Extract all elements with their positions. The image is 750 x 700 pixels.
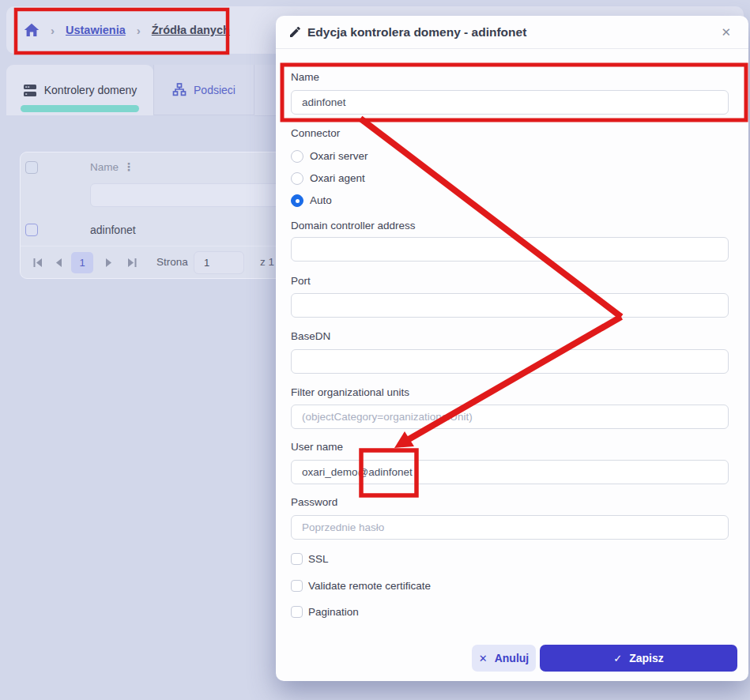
cancel-button-label: Anuluj [495, 652, 530, 664]
dc-address-label: Domain controller address [291, 220, 416, 231]
column-header-name[interactable]: Name [90, 161, 119, 173]
cancel-button[interactable]: ✕ Anuluj [472, 645, 536, 672]
password-label: Password [291, 496, 337, 508]
port-input[interactable] [291, 293, 729, 318]
next-page-icon[interactable] [103, 257, 114, 272]
breadcrumb-current-zrodla-danych[interactable]: Źródła danych [152, 24, 230, 36]
radio-auto[interactable] [291, 194, 303, 207]
modal-title: Edycja kontrolera domeny - adinfonet [307, 25, 526, 40]
breadcrumb-link-ustawienia[interactable]: Ustawienia [66, 24, 126, 36]
last-page-icon[interactable] [126, 257, 138, 272]
pagination-checkbox[interactable] [291, 606, 303, 618]
tab-label: Kontrolery domeny [44, 84, 138, 96]
row-checkbox[interactable] [25, 224, 38, 236]
table-row-name[interactable]: adinfonet [90, 224, 136, 236]
subnet-icon [172, 83, 187, 96]
home-icon[interactable] [24, 23, 40, 37]
dc-address-input[interactable] [291, 237, 729, 262]
user-name-label: User name [291, 441, 343, 453]
user-name-input[interactable] [291, 460, 729, 484]
active-tab-indicator [21, 105, 139, 112]
tab-label: Podsieci [194, 84, 236, 96]
save-button-label: Zapisz [629, 652, 664, 664]
cancel-x-icon: ✕ [479, 653, 488, 664]
pagination-label[interactable]: Pagination [308, 606, 359, 618]
strona-label: Strona [156, 256, 188, 268]
select-all-checkbox[interactable] [25, 161, 38, 174]
validate-cert-label[interactable]: Validate remote certificate [308, 580, 431, 592]
connector-label: Connector [291, 127, 340, 139]
tab-partial [254, 65, 278, 116]
tab-podsieci[interactable]: Podsieci [153, 65, 254, 115]
name-input[interactable] [291, 90, 729, 115]
server-icon [23, 84, 37, 97]
breadcrumb-chevron-icon: › [137, 24, 141, 37]
radio-oxari-server-label[interactable]: Oxari server [310, 150, 368, 162]
port-label: Port [291, 275, 311, 287]
name-label: Name [291, 71, 319, 83]
page-input[interactable] [194, 251, 244, 274]
basedn-label: BaseDN [291, 330, 330, 342]
of-pages-label: z 1 [260, 256, 274, 268]
radio-auto-label[interactable]: Auto [310, 194, 332, 206]
edit-domain-controller-modal: Edycja kontrolera domeny - adinfonet ✕ N… [276, 16, 748, 681]
page-number-button[interactable]: 1 [71, 252, 93, 273]
close-icon[interactable]: ✕ [716, 22, 736, 43]
ssl-checkbox[interactable] [291, 553, 303, 565]
password-input[interactable] [291, 515, 729, 540]
app-window: › Ustawienia › Źródła danych Kontrolery … [0, 0, 750, 700]
validate-cert-checkbox[interactable] [291, 580, 303, 592]
column-menu-icon[interactable]: ⋮ [123, 160, 134, 173]
save-button[interactable]: ✓ Zapisz [540, 645, 737, 672]
basedn-input[interactable] [291, 349, 729, 374]
filter-ou-input[interactable] [291, 405, 729, 429]
radio-oxari-agent[interactable] [291, 172, 303, 185]
radio-oxari-agent-label[interactable]: Oxari agent [310, 172, 365, 184]
save-check-icon: ✓ [613, 653, 622, 664]
edit-pencil-icon [288, 26, 301, 39]
first-page-icon[interactable] [32, 257, 43, 272]
filter-ou-label: Filter organizational units [291, 386, 409, 398]
prev-page-icon[interactable] [54, 257, 65, 272]
modal-header: Edycja kontrolera domeny - adinfonet ✕ [276, 16, 748, 49]
radio-oxari-server[interactable] [291, 150, 303, 163]
breadcrumb-chevron-icon: › [51, 24, 55, 37]
ssl-label[interactable]: SSL [308, 553, 329, 565]
